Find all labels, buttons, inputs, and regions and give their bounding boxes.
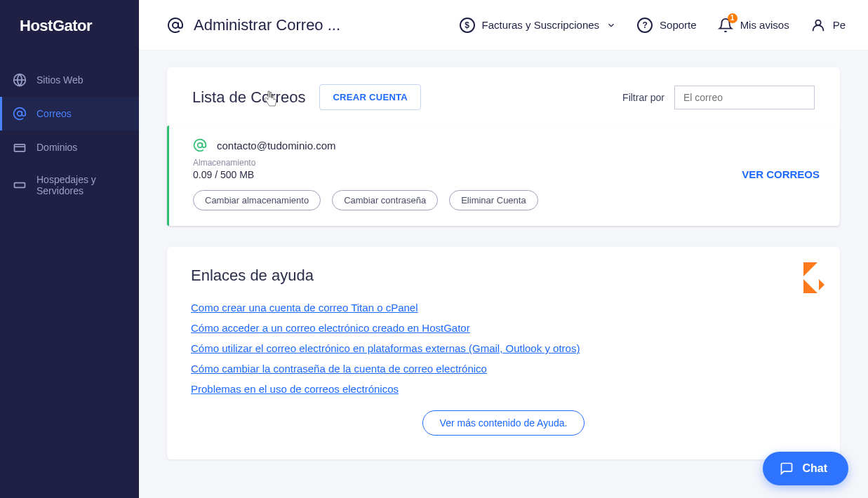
svg-marker-10	[803, 279, 817, 293]
sidebar: HostGator Sitios Web Correos Dominios Ho…	[0, 0, 139, 498]
topbar-support-label: Soporte	[660, 19, 697, 31]
help-link[interactable]: Como crear una cuenta de correo Titan o …	[191, 302, 418, 314]
sidebar-item-hosting[interactable]: Hospedajes y Servidores	[0, 164, 139, 206]
topbar-notices-label: Mis avisos	[740, 19, 789, 31]
filter-label: Filtrar por	[622, 92, 665, 103]
create-account-button[interactable]: CREAR CUENTA	[319, 84, 421, 110]
storage-value: 0.09 / 500 MB	[193, 169, 742, 180]
filter-input[interactable]	[674, 86, 815, 109]
chat-icon	[780, 462, 794, 476]
notices-badge: 1	[728, 13, 737, 23]
email-list-card: Lista de Correos CREAR CUENTA Filtrar po…	[167, 67, 840, 226]
svg-point-8	[198, 143, 203, 148]
sidebar-item-emails[interactable]: Correos	[0, 97, 139, 130]
sidebar-item-sites[interactable]: Sitios Web	[0, 63, 139, 97]
server-icon	[13, 178, 27, 192]
domains-icon	[13, 140, 27, 154]
help-title: Enlaces de ayuda	[191, 267, 816, 285]
storage-label: Almacenamiento	[193, 158, 742, 168]
question-icon: ?	[637, 18, 653, 33]
sidebar-item-domains[interactable]: Dominios	[0, 130, 139, 164]
user-icon	[810, 18, 826, 33]
topbar-profile-label: Pe	[833, 19, 846, 31]
email-list-title: Lista de Correos	[192, 88, 305, 107]
svg-marker-9	[803, 262, 817, 276]
svg-point-2	[18, 112, 22, 116]
topbar-support[interactable]: ? Soporte	[637, 18, 697, 33]
help-link[interactable]: Problemas en el uso de correos electróni…	[191, 383, 399, 395]
topbar: Administrar Correo ... $ Facturas y Susc…	[139, 0, 868, 51]
help-link[interactable]: Cómo acceder a un correo electrónico cre…	[191, 322, 470, 334]
at-icon	[13, 107, 27, 121]
topbar-billing-label: Facturas y Suscripciones	[482, 19, 600, 31]
chat-label: Chat	[802, 462, 827, 475]
help-link[interactable]: Cómo utilizar el correo electrónico en p…	[191, 342, 580, 354]
svg-marker-11	[819, 279, 824, 290]
svg-point-7	[815, 20, 820, 25]
sidebar-item-label: Hospedajes y Servidores	[36, 174, 126, 196]
topbar-profile[interactable]: Pe	[810, 18, 846, 33]
email-row: contacto@tudominio.com Almacenamiento 0.…	[167, 126, 839, 226]
globe-icon	[13, 73, 27, 87]
change-password-button[interactable]: Cambiar contraseña	[332, 190, 438, 210]
help-link[interactable]: Cómo cambiar la contraseña de la cuenta …	[191, 363, 487, 375]
decorative-triangles-icon	[787, 262, 824, 293]
change-storage-button[interactable]: Cambiar almacenamiento	[193, 190, 321, 210]
page-title: Administrar Correo ...	[194, 16, 340, 34]
svg-rect-3	[15, 144, 25, 152]
topbar-billing[interactable]: $ Facturas y Suscripciones	[460, 18, 617, 33]
view-emails-link[interactable]: VER CORREOS	[742, 168, 820, 180]
chevron-down-icon	[606, 20, 616, 30]
chat-button[interactable]: Chat	[763, 452, 848, 485]
dollar-icon: $	[460, 18, 475, 33]
sidebar-item-label: Correos	[36, 108, 72, 119]
svg-point-6	[173, 22, 178, 28]
sidebar-item-label: Sitios Web	[36, 74, 84, 86]
help-more-button[interactable]: Ver más contenido de Ayuda.	[422, 410, 585, 436]
main: Administrar Correo ... $ Facturas y Susc…	[139, 0, 868, 498]
svg-rect-5	[15, 183, 25, 188]
at-icon	[167, 17, 184, 34]
sidebar-item-label: Dominios	[36, 142, 77, 153]
at-icon	[193, 138, 207, 152]
bell-icon: 1	[718, 18, 733, 33]
email-address: contacto@tudominio.com	[217, 140, 335, 152]
delete-account-button[interactable]: Eliminar Cuenta	[449, 190, 538, 210]
brand-logo: HostGator	[0, 17, 139, 63]
topbar-notices[interactable]: 1 Mis avisos	[718, 18, 789, 33]
help-card: Enlaces de ayuda Como crear una cuenta d…	[167, 247, 840, 459]
